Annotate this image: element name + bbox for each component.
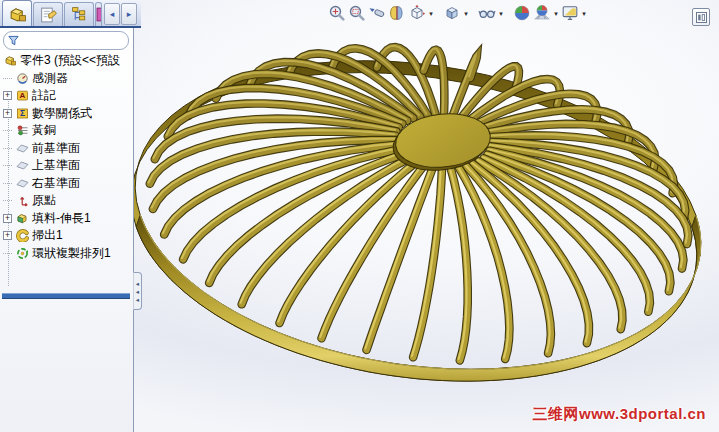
tree-item-label: 零件3 (預設<<預設 (18, 52, 120, 69)
svg-text:Σ: Σ (20, 108, 25, 118)
expander-plus-icon[interactable]: + (3, 214, 12, 223)
tab-dimxpertmanager-icon (96, 5, 102, 24)
tree-connector (3, 130, 12, 131)
expander-plus-icon[interactable]: + (3, 231, 12, 240)
tree-item-label: 填料-伸長1 (30, 210, 91, 227)
tree-item-label: 數學關係式 (30, 105, 92, 122)
tree-filter-box (3, 31, 129, 50)
display-pane-toggle-button[interactable] (692, 8, 710, 26)
tab-configurationmanager[interactable] (64, 2, 94, 26)
plane-icon (16, 142, 29, 155)
zoom-to-fit-icon (328, 4, 346, 22)
tree-item-label: 前基準面 (30, 140, 80, 157)
view-orientation-dropdown-arrow[interactable]: ▾ (427, 8, 435, 18)
tree-item-label: 掃出1 (30, 227, 63, 244)
display-pane-icon (696, 12, 707, 23)
equations-icon: Σ (16, 107, 29, 120)
tree-item-plane[interactable]: 前基準面 (0, 140, 132, 158)
tree-item-label: 黃銅 (30, 122, 56, 139)
watermark-text: 三维网www.3dportal.cn (533, 405, 706, 424)
plane-icon (16, 177, 29, 190)
tree-item-label: 註記 (30, 87, 56, 104)
tree-item-boss-extrude[interactable]: +填料-伸長1 (0, 210, 132, 228)
sensors-icon (16, 72, 29, 85)
tree-item-label: 環狀複製排列1 (30, 245, 111, 262)
view-orientation-button[interactable] (407, 3, 427, 23)
rollback-bar[interactable] (2, 293, 130, 299)
tree-connector (3, 165, 12, 166)
previous-view-button[interactable] (367, 3, 387, 23)
featuremanager-panel: ◂▸ 零件3 (預設<<預設感測器+A註記+Σ數學關係式黃銅前基準面上基準面右基… (0, 0, 141, 432)
view-settings-icon (561, 4, 579, 22)
tree-item-annotations[interactable]: +A註記 (0, 87, 132, 105)
tree-item-material[interactable]: 黃銅 (0, 122, 132, 140)
svg-text:A: A (20, 92, 26, 101)
tree-item-origin[interactable]: 原點 (0, 192, 132, 210)
tree-item-plane[interactable]: 右基準面 (0, 175, 132, 193)
tab-dimxpertmanager[interactable] (95, 2, 102, 26)
previous-view-icon (368, 4, 386, 22)
tree-filter-input[interactable] (22, 34, 124, 47)
tab-configurationmanager-icon (70, 5, 89, 24)
edit-appearance-icon (513, 4, 531, 22)
sweep-icon (16, 229, 29, 242)
tree-item-sweep[interactable]: +掃出1 (0, 227, 132, 245)
featuremanager-tab-bar: ◂▸ (0, 0, 141, 28)
view-settings-button[interactable] (560, 3, 580, 23)
boss-extrude-icon (16, 212, 29, 225)
hide-show-items-dropdown-arrow[interactable]: ▾ (497, 8, 505, 18)
apply-scene-icon (533, 4, 551, 22)
zoom-to-area-button[interactable] (347, 3, 367, 23)
tree-item-label: 上基準面 (30, 157, 80, 174)
display-style-icon (443, 4, 461, 22)
tab-propertymanager[interactable] (33, 2, 63, 26)
tree-item-label: 原點 (30, 192, 56, 209)
annotations-icon: A (16, 89, 29, 102)
view-settings-dropdown-arrow[interactable]: ▾ (580, 8, 588, 18)
origin-icon (16, 194, 29, 207)
tree-connector (3, 183, 12, 184)
tree-connector (3, 253, 12, 254)
tab-featuremanager-icon (8, 4, 27, 23)
tree-item-sensors[interactable]: 感測器 (0, 70, 132, 88)
tree-connector (3, 78, 12, 79)
hide-show-items-button[interactable] (477, 3, 497, 23)
tree-item-label: 右基準面 (30, 175, 80, 192)
tree-item-label: 感測器 (30, 70, 68, 87)
tree-item-equations[interactable]: +Σ數學關係式 (0, 105, 132, 123)
edit-appearance-button[interactable] (512, 3, 532, 23)
featuremanager-panel-body: 零件3 (預設<<預設感測器+A註記+Σ數學關係式黃銅前基準面上基準面右基準面原… (0, 28, 134, 432)
plane-icon (16, 159, 29, 172)
tree-item-circular-pattern[interactable]: 環狀複製排列1 (0, 245, 132, 263)
tree-connector (3, 148, 12, 149)
expander-plus-icon[interactable]: + (3, 91, 12, 100)
tab-scroll-left-button[interactable]: ◂ (104, 3, 120, 25)
circular-pattern-icon (16, 247, 29, 260)
filter-funnel-icon (8, 35, 19, 46)
material-icon (16, 124, 29, 137)
solidworks-window: ▾▾▾▾▾ 三维网www.3dportal.cn ◂▸ 零件3 (預設<<預設感… (0, 0, 719, 432)
zoom-to-fit-button[interactable] (327, 3, 347, 23)
tab-featuremanager-design-tree[interactable] (2, 0, 32, 26)
apply-scene-button[interactable] (532, 3, 552, 23)
tree-connector (3, 200, 12, 201)
display-style-dropdown-arrow[interactable]: ▾ (462, 8, 470, 18)
zoom-to-area-icon (348, 4, 366, 22)
expander-plus-icon[interactable]: + (3, 109, 12, 118)
part-icon (4, 54, 17, 67)
section-view-icon (388, 4, 406, 22)
feature-tree: 零件3 (預設<<預設感測器+A註記+Σ數學關係式黃銅前基準面上基準面右基準面原… (0, 52, 132, 262)
tab-scroll-right-button[interactable]: ▸ (121, 3, 137, 25)
heads-up-view-toolbar: ▾▾▾▾▾ (327, 3, 588, 23)
panel-splitter-handle[interactable]: ◂ ◂ ◂ (133, 272, 142, 310)
tree-item-plane[interactable]: 上基準面 (0, 157, 132, 175)
apply-scene-dropdown-arrow[interactable]: ▾ (552, 8, 560, 18)
tab-propertymanager-icon (39, 5, 58, 24)
view-orientation-icon (408, 4, 426, 22)
section-view-button[interactable] (387, 3, 407, 23)
tree-item-part-root[interactable]: 零件3 (預設<<預設 (0, 52, 132, 70)
hide-show-items-icon (478, 4, 496, 22)
display-style-button[interactable] (442, 3, 462, 23)
